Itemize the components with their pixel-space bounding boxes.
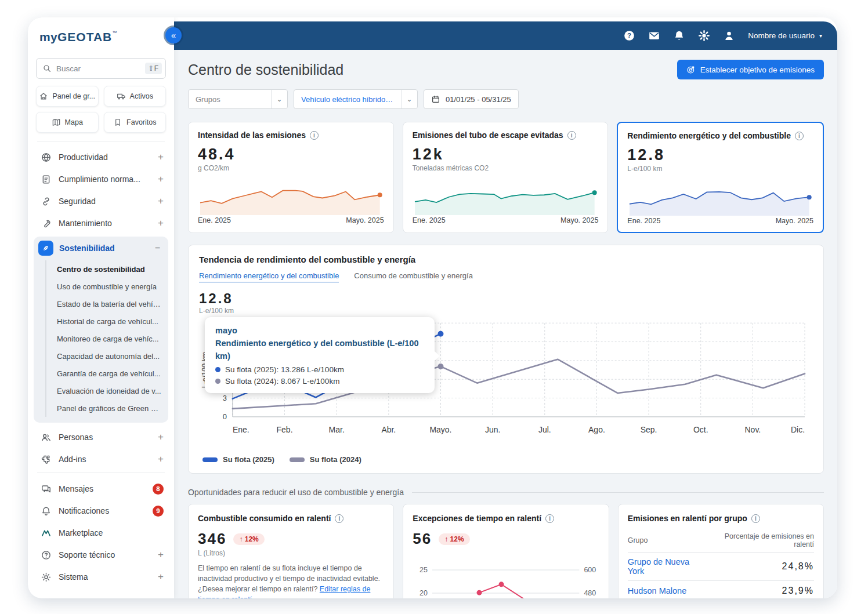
expand-plus-icon[interactable]: + [158,431,164,443]
legend-label: Su flota (2024) [310,455,361,464]
mail-icon[interactable] [648,30,660,42]
sidebar-subitem-centro-de-sostenibilidad[interactable]: Centro de sostenibilidad [55,260,164,278]
table-row: Hudson Malone23,9% [628,581,814,599]
svg-text:Oct.: Oct. [693,425,708,434]
quick-button-favoritos[interactable]: Favoritos [104,112,167,133]
quick-button-activos[interactable]: Activos [104,86,167,107]
cta-label: Establecer objetivo de emisiones [700,66,815,74]
info-icon[interactable]: i [310,131,319,140]
map-icon [52,118,61,127]
info-icon[interactable]: i [335,514,343,523]
sidebar-item-label: Soporte técnico [59,550,151,559]
svg-text:?: ? [627,32,631,39]
expand-plus-icon[interactable]: + [158,151,164,163]
sidebar-subitem-uso-de-combustible-y-energia[interactable]: Uso de combustible y energía [55,278,164,295]
sidebar-item-productividad[interactable]: Productividad+ [28,146,174,168]
info-icon[interactable]: i [751,514,760,523]
sidebar-item-mensajes[interactable]: Mensajes8 [28,478,174,500]
sidebar-item-cumplimiento-norma[interactable]: Cumplimiento norma...+ [28,168,174,190]
idle-exceptions-delta-badge: ↑ 12% [439,533,469,545]
expand-plus-icon[interactable]: + [158,571,164,583]
svg-text:480: 480 [584,589,596,597]
sidebar-item-personas[interactable]: Personas+ [28,426,174,448]
expand-plus-icon[interactable]: + [158,549,164,561]
logo-my: my [39,30,57,43]
quick-button-mapa[interactable]: Mapa [36,112,99,133]
user-icon[interactable] [723,30,735,42]
leaf-icon [38,241,53,256]
sidebar-item-add-ins[interactable]: Add-ins+ [28,448,174,470]
bookmark-icon [113,118,122,127]
svg-text:600: 600 [584,566,596,574]
sidebar-collapse-button[interactable]: « [165,27,182,43]
expand-plus-icon[interactable]: + [158,217,164,229]
legend-item-su-flota-2024[interactable]: Su flota (2024) [290,455,361,464]
sidebar-item-notificaciones[interactable]: Notificaciones9 [28,500,174,522]
tooltip-row-2024: Su flota (2024): 8.067 L-e/100km [215,377,424,386]
kpi-card-rendimiento-energetico-y-del-combustible[interactable]: Rendimiento energético y del combustible… [617,122,824,233]
gear-icon[interactable] [698,30,710,42]
puzzle-icon [41,454,52,465]
help-icon[interactable]: ? [623,30,635,42]
calendar-icon [431,95,440,104]
sostenibilidad-submenu: Centro de sostenibilidadUso de combustib… [45,260,164,417]
card-title: Emisiones en ralentí por grupo [628,514,747,523]
chart-legend: Su flota (2025)Su flota (2024) [199,455,813,464]
kpi-title: Intensidad de las emisionesi [198,130,384,140]
vehicle-type-filter[interactable]: Vehículo eléctrico híbrido enc... ⌄ [294,89,418,109]
user-menu[interactable]: Nombre de usuario▾ [748,31,822,40]
sidebar-subitem-historial-de-carga-de-vehicul[interactable]: Historial de carga de vehícul... [55,313,164,330]
main-panel: ? Nombre de usuario▾ Centro de sostenibi… [174,17,837,598]
opportunity-cards: Combustible consumido en ralentíi 346 ↑ … [188,504,824,598]
bell-icon[interactable] [673,30,685,42]
search-input[interactable]: Buscar ⇧F [36,58,166,79]
sidebar-item-mantenimiento[interactable]: Mantenimiento+ [28,212,174,234]
expand-plus-icon[interactable]: + [158,195,164,207]
sidebar-subitem-capacidad-de-autonomia-del[interactable]: Capacidad de autonomía del... [55,347,164,365]
sidebar-subitem-evaluacion-de-idoneidad-de-v[interactable]: Evaluación de idoneidad de v... [55,382,164,399]
info-icon[interactable]: i [567,131,576,140]
tab-consumo-combustible[interactable]: Consumo de combustible y energía [354,271,473,282]
idle-fuel-description: El tiempo en ralentí de su flota incluye… [198,563,384,598]
group-link-grupo-de-nueva-york[interactable]: Grupo de Nueva York [628,553,706,581]
sidebar-item-sostenibilidad[interactable]: Sostenibilidad − [38,241,164,256]
tooltip-month: mayo [215,325,424,337]
sidebar-subitem-panel-de-graficos-de-green-fl[interactable]: Panel de gráficos de Green Fl... [55,399,164,417]
sidebar-item-soporte-tecnico[interactable]: Soporte técnico+ [28,544,174,566]
idle-emissions-by-group-card: Emisiones en ralentí por grupoi Grupo Po… [618,504,824,598]
svg-text:Feb.: Feb. [277,425,293,434]
gear-icon [41,572,52,583]
sidebar-item-sistema[interactable]: Sistema+ [28,566,174,588]
vehicle-filter-value: Vehículo eléctrico híbrido enc... [294,95,401,104]
info-icon[interactable]: i [795,132,804,140]
sidebar-item-marketplace[interactable]: Marketplace [28,522,174,544]
opportunities-section-header: Oportunidades para reducir el uso de com… [188,488,824,497]
home-icon [39,92,48,101]
sidebar-subitem-garantia-de-carga-de-vehicul[interactable]: Garantía de carga de vehícul... [55,365,164,382]
svg-text:Dic.: Dic. [791,425,805,434]
group-link-hudson-malone[interactable]: Hudson Malone [628,581,706,599]
sidebar-item-seguridad[interactable]: Seguridad+ [28,190,174,212]
range-end-label: Mayo. 2025 [560,216,598,224]
group-emissions-table: Grupo Porcentaje de emisiones en ralentí… [628,529,814,598]
collapse-group-icon[interactable]: − [155,243,164,253]
kpi-unit: Toneladas métricas CO2 [413,164,599,172]
expand-plus-icon[interactable]: + [158,173,164,185]
expand-plus-icon[interactable]: + [158,453,164,465]
search-placeholder: Buscar [56,64,140,73]
kpi-card-intensidad-de-las-emisiones[interactable]: Intensidad de las emisionesi48.4g CO2/km… [188,122,394,233]
quick-button-panel-de-gr[interactable]: Panel de gr... [36,86,99,107]
tab-rendimiento-energetico[interactable]: Rendimiento energético y del combustible [199,271,339,282]
sidebar-subitem-monitoreo-de-carga-de-vehic[interactable]: Monitoreo de carga de vehíc... [55,330,164,347]
date-range-filter[interactable]: 01/01/25 - 05/31/25 [424,89,519,109]
legend-item-su-flota-2025[interactable]: Su flota (2025) [202,455,274,464]
tooltip-text-2025: Su flota (2025): 13.286 L-e/100km [225,365,344,374]
idle-exceptions-line-chart[interactable]: 2560020480 [413,561,599,598]
svg-text:Mar.: Mar. [329,425,345,434]
groups-filter[interactable]: Grupos ⌄ [188,89,288,109]
set-emissions-target-button[interactable]: Establecer objetivo de emisiones [677,60,824,79]
sidebar-subitem-estado-de-la-bateria-del-vehic[interactable]: Estado de la batería del vehíc... [55,295,164,313]
info-icon[interactable]: i [545,514,554,523]
kpi-card-emisiones-del-tubo-de-escape-evitadas[interactable]: Emisiones del tubo de escape evitadasi12… [403,122,609,233]
legend-swatch [290,457,305,462]
